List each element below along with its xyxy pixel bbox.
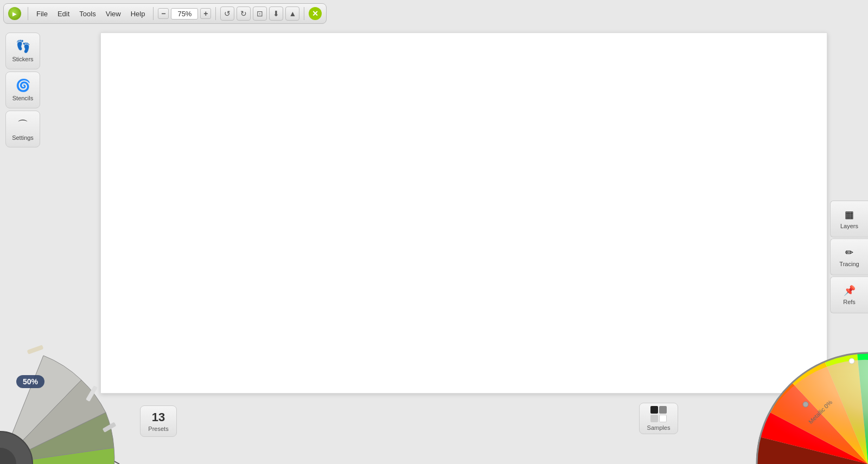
settings-icon: ⌒ xyxy=(17,118,28,132)
layers-icon: ▦ xyxy=(845,209,854,221)
presets-label: Presets xyxy=(148,426,168,432)
menu-help[interactable]: Help xyxy=(127,8,149,20)
stencils-label: Stencils xyxy=(12,95,34,101)
export-button[interactable]: ⬇ xyxy=(269,7,283,21)
tracing-button[interactable]: ✏ Tracing xyxy=(830,239,868,275)
sample-swatch-4 xyxy=(659,415,667,422)
sample-swatch-2 xyxy=(659,406,667,414)
undo-button[interactable]: ↺ xyxy=(220,7,234,21)
zoom-out-button[interactable]: − xyxy=(158,8,169,19)
settings-label: Settings xyxy=(12,134,34,141)
stickers-icon: 👣 xyxy=(16,40,30,54)
layers-button[interactable]: ▦ Layers xyxy=(830,201,868,237)
sample-swatch-1 xyxy=(650,406,658,414)
right-panel: ▦ Layers ✏ Tracing 📌 Refs xyxy=(830,201,868,314)
svg-rect-3 xyxy=(27,345,44,355)
tracing-label: Tracing xyxy=(839,261,859,267)
svg-point-7 xyxy=(803,402,808,407)
settings-button[interactable]: ⌒ Settings xyxy=(5,111,40,147)
zoom-in-button[interactable]: + xyxy=(200,8,211,19)
menu-view[interactable]: View xyxy=(102,8,125,20)
redo-button[interactable]: ↻ xyxy=(237,7,251,21)
menu-tools[interactable]: Tools xyxy=(75,8,99,20)
separator3 xyxy=(215,7,216,20)
stickers-label: Stickers xyxy=(12,56,33,62)
separator xyxy=(28,7,28,20)
sample-swatch-3 xyxy=(650,415,658,422)
presets-button[interactable]: 13 Presets xyxy=(140,405,177,437)
color-wheel[interactable] xyxy=(705,301,868,464)
tool-wheel[interactable]: ⊹ xyxy=(0,328,136,464)
menu-file[interactable]: File xyxy=(33,8,52,20)
samples-button[interactable]: Samples xyxy=(639,403,678,434)
stickers-button[interactable]: 👣 Stickers xyxy=(5,33,40,69)
samples-icon xyxy=(650,406,667,422)
zoom-indicator: 50% xyxy=(16,375,44,388)
image-button[interactable]: ▲ xyxy=(285,7,299,21)
zoom-value-display: 75% xyxy=(171,8,198,20)
samples-label: Samples xyxy=(647,424,671,431)
layers-label: Layers xyxy=(840,223,858,229)
menu-edit[interactable]: Edit xyxy=(54,8,73,20)
close-button[interactable]: ✕ xyxy=(309,7,322,20)
refs-icon: 📌 xyxy=(844,285,856,297)
svg-point-6 xyxy=(849,358,854,364)
left-panel: 👣 Stickers 🌀 Stencils ⌒ Settings xyxy=(5,33,42,147)
separator4 xyxy=(304,7,304,20)
crop-button[interactable]: ⊡ xyxy=(253,7,267,21)
stencils-button[interactable]: 🌀 Stencils xyxy=(5,72,40,108)
main-toolbar: File Edit Tools View Help − 75% + ↺ ↻ ⊡ … xyxy=(3,3,327,24)
separator2 xyxy=(153,7,154,20)
presets-count: 13 xyxy=(152,410,165,424)
stencils-icon: 🌀 xyxy=(16,79,30,93)
tracing-icon: ✏ xyxy=(845,247,853,259)
app-logo xyxy=(8,7,21,20)
